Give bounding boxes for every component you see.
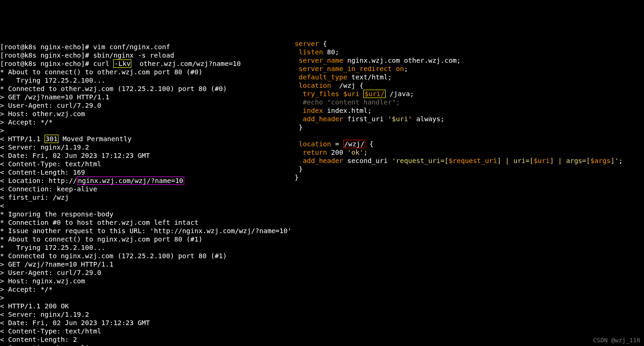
curl-flags-box: -Lkv [113,59,131,68]
prompt-line-2: [root@k8s nginx-echo]# sbin/nginx -s rel… [0,52,174,59]
prompt-line-3: [root@k8s nginx-echo]# curl -Lkv other.w… [0,59,241,68]
redirect-url-box: nginx.wzj.com/wzj/?name=10 [77,176,184,185]
status-301-box: 301 [45,135,58,143]
http-301-line: < HTTP/1.1 301 Moved Permanently [0,135,131,143]
nginx-config: server { listen 80; server_name nginx.wz… [295,31,623,182]
uri-slash-box: $uri/ [363,90,386,98]
prompt-line-1: [root@k8s nginx-echo]# vim conf/nginx.co… [0,43,170,51]
watermark: CSDN @wzj_110 [593,336,640,345]
wzj-slash-box: /wzj/ [343,140,366,148]
location-header-line: < Location: http://nginx.wzj.com/wzj/?na… [0,176,184,185]
curl-output-block1: * About to connect() to other.wzj.com po… [0,68,227,134]
